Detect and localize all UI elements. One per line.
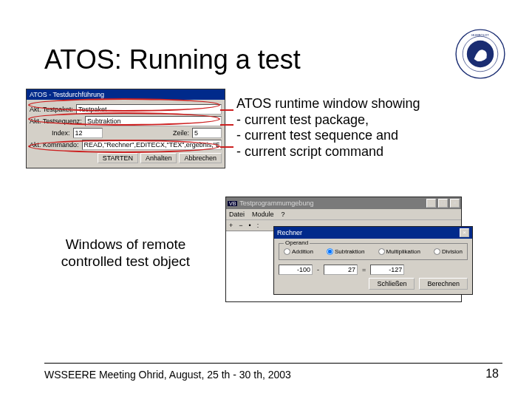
schliessen-button[interactable]: Schließen [369,278,415,290]
runtime-description: ATOS runtime window showing - current te… [236,96,495,160]
vb-icon: VB [228,201,237,206]
abbrechen-button[interactable]: Abbrechen [179,153,222,163]
desc-line: - current test sequence and [236,128,495,144]
atos-runtime-window: ATOS - Testdurchführung Akt. Testpaket: … [26,89,225,168]
ide-menubar: Datei Module ? [226,209,461,219]
anhalten-button[interactable]: Anhalten [140,153,177,163]
remote-label-line: Windows of remote [52,236,200,253]
calc-close-button[interactable]: × [460,228,469,237]
equals-label: = [362,266,366,273]
input-testpaket[interactable] [76,104,222,115]
desc-line: - current test package, [236,112,495,129]
result-input[interactable] [370,265,404,275]
label-zeile: Zeile: [173,129,189,137]
footer-text: WSSEERE Meeting Ohrid, August, 25 th - 3… [44,369,291,381]
svg-text:HUMBOLDT: HUMBOLDT [471,33,489,37]
operand-a-input[interactable] [279,265,313,275]
input-kommando[interactable] [82,140,222,150]
operator-label: - [317,266,319,273]
menu-module[interactable]: Module [252,211,274,218]
menu-help[interactable]: ? [282,211,285,218]
page-number: 18 [485,367,499,381]
close-button[interactable]: × [450,199,460,208]
remote-windows-label: Windows of remote controlled test object [52,236,200,270]
calc-titlebar: Rechner × [274,227,472,239]
desc-line: ATOS runtime window showing [236,96,495,112]
tool-dot-icon[interactable]: • [249,222,251,229]
operand-group: Operand Addition Subtraktion Multiplikat… [279,243,468,260]
input-testsequenz[interactable] [85,116,222,126]
tool-minus-icon[interactable]: − [239,222,242,229]
label-testpaket: Akt. Testpaket: [30,106,73,113]
berechnen-button[interactable]: Berechnen [419,278,468,290]
page-title: ATOS: Running a test [44,44,301,75]
minimize-button[interactable]: _ [426,199,436,208]
remote-label-line: controlled test object [52,253,200,270]
ide-titlebar: VB Testprogrammumgebung _ □ × [226,197,461,209]
ide-window-title: Testprogrammumgebung [239,200,313,207]
atos-window-title: ATOS - Testdurchführung [27,89,225,100]
footer-divider [44,363,502,364]
tool-colon-icon[interactable]: : [257,222,259,229]
calc-window-title: Rechner [277,229,302,236]
tool-plus-icon[interactable]: + [229,222,233,229]
label-kommando: Akt. Kommando: [30,141,79,149]
operand-group-label: Operand [284,239,310,246]
operand-b-input[interactable] [324,265,358,275]
maximize-button[interactable]: □ [438,199,448,208]
label-index: Index: [52,129,70,137]
university-seal-icon: HUMBOLDT [454,28,506,80]
radio-addition[interactable]: Addition [284,248,313,255]
input-index[interactable] [73,128,103,138]
calculator-window: Rechner × Operand Addition Subtraktion M… [273,226,473,295]
radio-subtraktion[interactable]: Subtraktion [327,248,364,255]
label-testsequenz: Akt. Testsequenz: [30,117,82,125]
radio-multiplikation[interactable]: Multiplikation [378,248,420,255]
input-zeile[interactable] [192,128,222,138]
menu-datei[interactable]: Datei [229,211,245,218]
radio-division[interactable]: Division [434,248,463,255]
starten-button[interactable]: STARTEN [98,153,138,163]
desc-line: - current script command [236,144,495,160]
